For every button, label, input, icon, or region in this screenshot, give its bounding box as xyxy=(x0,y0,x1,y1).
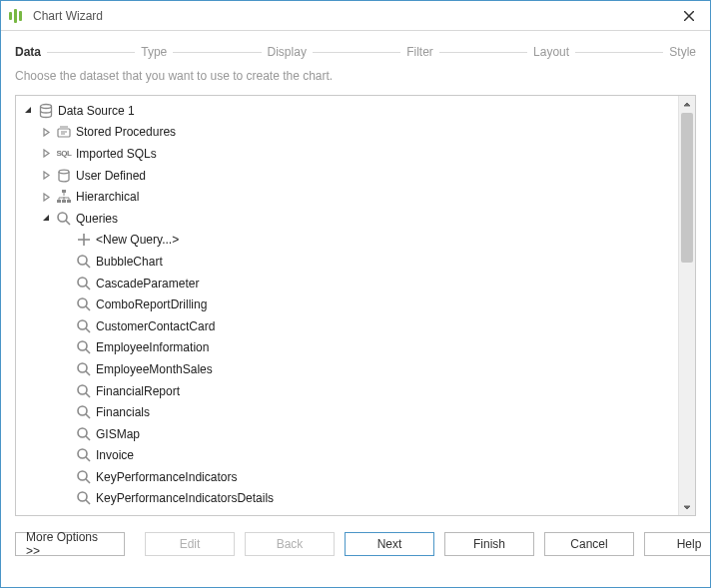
tree-node-financials[interactable]: Financials xyxy=(16,401,678,423)
svg-rect-5 xyxy=(62,190,66,193)
tree-node-comboreportdrilling[interactable]: ComboReportDrilling xyxy=(16,294,678,315)
step-separator xyxy=(173,52,261,53)
svg-rect-3 xyxy=(58,129,70,137)
help-button[interactable]: Help xyxy=(644,532,711,556)
tree-node-invoice[interactable]: Invoice xyxy=(16,445,678,467)
tree-node-label: Stored Procedures xyxy=(76,125,176,139)
q-icon xyxy=(76,339,92,355)
stored-proc-icon xyxy=(56,124,72,140)
tree-node-label: Financials xyxy=(96,405,150,419)
tree-node-keyperformanceindicatorsdetails[interactable]: KeyPerformanceIndicatorsDetails xyxy=(16,488,678,510)
svg-point-31 xyxy=(78,449,87,458)
step-display[interactable]: Display xyxy=(268,45,307,59)
more-options-button[interactable]: More Options >> xyxy=(15,532,125,556)
svg-line-16 xyxy=(86,286,90,290)
tree-node-user-defined[interactable]: User Defined xyxy=(16,165,678,187)
tree-node-label: Hierarchical xyxy=(76,190,139,204)
tree-node-gismap[interactable]: GISMap xyxy=(16,423,678,445)
tree-node-label: CustomerContactCard xyxy=(96,319,215,333)
svg-point-35 xyxy=(78,492,87,501)
svg-rect-8 xyxy=(67,200,71,203)
edit-button: Edit xyxy=(145,532,235,556)
tree-node-label: EmployeeInformation xyxy=(96,340,209,354)
collapse-icon[interactable] xyxy=(40,214,52,223)
expand-icon[interactable] xyxy=(40,193,52,202)
svg-point-29 xyxy=(78,428,87,437)
tree-node-employeemonthsales[interactable]: EmployeeMonthSales xyxy=(16,358,678,380)
cancel-button[interactable]: Cancel xyxy=(544,532,634,556)
svg-point-25 xyxy=(78,385,87,394)
tree-node-label: FinancialReport xyxy=(96,384,180,398)
svg-line-36 xyxy=(86,500,90,504)
tree-node--new-query-[interactable]: <New Query...> xyxy=(16,230,678,252)
tree-node-label: CascadeParameter xyxy=(96,277,199,291)
tree-node-label: BubbleChart xyxy=(96,255,163,269)
tree-node-cascadeparameter[interactable]: CascadeParameter xyxy=(16,273,678,294)
hier-icon xyxy=(56,189,72,205)
expand-icon[interactable] xyxy=(40,128,52,137)
db-icon xyxy=(38,103,54,119)
q-icon xyxy=(76,276,92,292)
q-icon xyxy=(76,318,92,334)
svg-point-13 xyxy=(78,256,87,265)
step-separator xyxy=(575,52,663,53)
tree-node-label: ComboReportDrilling xyxy=(96,297,207,311)
tree-node-hierarchical[interactable]: Hierarchical xyxy=(16,186,678,208)
subtitle: Choose the dataset that you want to use … xyxy=(1,69,710,95)
step-filter[interactable]: Filter xyxy=(406,45,433,59)
tree-node-customercontactcard[interactable]: CustomerContactCard xyxy=(16,315,678,337)
scrollbar[interactable] xyxy=(678,96,695,515)
tree-node-label: Invoice xyxy=(96,448,134,462)
step-style[interactable]: Style xyxy=(669,45,696,59)
expand-icon[interactable] xyxy=(40,171,52,180)
step-data[interactable]: Data xyxy=(15,45,41,59)
tree-node-queries[interactable]: Queries xyxy=(16,208,678,230)
q-icon xyxy=(76,361,92,377)
tree-node-label: <New Query...> xyxy=(96,233,179,247)
svg-line-26 xyxy=(86,393,90,397)
step-layout[interactable]: Layout xyxy=(533,45,569,59)
q-icon xyxy=(76,383,92,399)
svg-point-17 xyxy=(78,298,87,307)
step-separator xyxy=(47,52,135,53)
svg-line-34 xyxy=(86,479,90,483)
button-bar: More Options >> Edit Back Next Finish Ca… xyxy=(1,516,710,556)
tree-node-data-source-1[interactable]: Data Source 1 xyxy=(16,100,678,122)
svg-line-24 xyxy=(86,371,90,375)
svg-line-10 xyxy=(66,221,70,225)
svg-point-33 xyxy=(78,471,87,480)
svg-rect-6 xyxy=(57,200,61,203)
window-title: Chart Wizard xyxy=(33,9,674,23)
finish-button[interactable]: Finish xyxy=(444,532,534,556)
scroll-track[interactable] xyxy=(679,113,695,498)
tree-node-label: Data Source 1 xyxy=(58,104,135,118)
svg-point-23 xyxy=(78,363,87,372)
close-button[interactable] xyxy=(674,4,704,28)
svg-point-27 xyxy=(78,406,87,415)
scroll-thumb[interactable] xyxy=(681,113,693,263)
tree-node-label: KeyPerformanceIndicators xyxy=(96,470,237,484)
svg-line-30 xyxy=(86,436,90,440)
step-separator xyxy=(439,52,527,53)
svg-line-14 xyxy=(86,264,90,268)
scroll-up-button[interactable] xyxy=(679,96,695,113)
tree-node-keyperformanceindicators[interactable]: KeyPerformanceIndicators xyxy=(16,466,678,488)
tree-panel: Data Source 1Stored ProceduresSQLImporte… xyxy=(15,95,696,516)
svg-point-21 xyxy=(78,341,87,350)
tree-node-imported-sqls[interactable]: SQLImported SQLs xyxy=(16,143,678,165)
scroll-down-button[interactable] xyxy=(679,498,695,515)
expand-icon[interactable] xyxy=(40,149,52,158)
userdef-icon xyxy=(56,168,72,184)
q-icon xyxy=(76,404,92,420)
tree-node-employeeinformation[interactable]: EmployeeInformation xyxy=(16,337,678,359)
next-button[interactable]: Next xyxy=(345,532,434,556)
collapse-icon[interactable] xyxy=(22,106,34,115)
tree-node-financialreport[interactable]: FinancialReport xyxy=(16,380,678,402)
svg-point-4 xyxy=(59,170,69,174)
step-type[interactable]: Type xyxy=(141,45,167,59)
tree-node-label: Imported SQLs xyxy=(76,147,157,161)
tree-node-bubblechart[interactable]: BubbleChart xyxy=(16,251,678,273)
tree-node-stored-procedures[interactable]: Stored Procedures xyxy=(16,122,678,144)
svg-line-28 xyxy=(86,414,90,418)
tree-node-label: Queries xyxy=(76,212,118,226)
